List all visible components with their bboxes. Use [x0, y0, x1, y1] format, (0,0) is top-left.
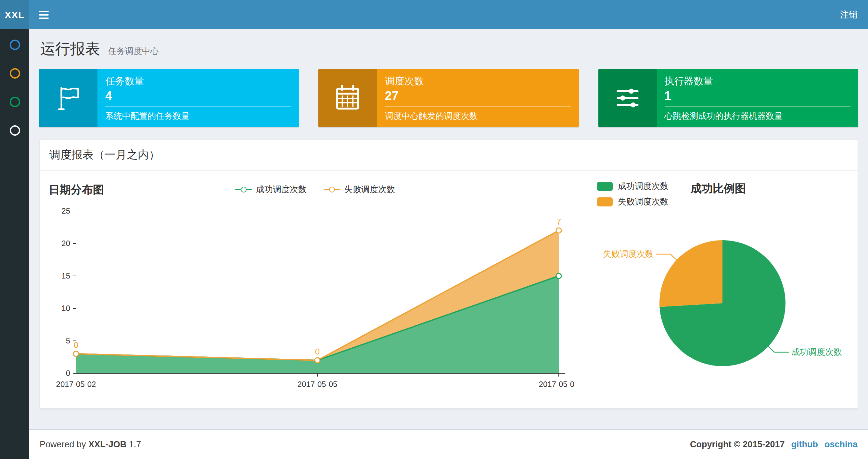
content-area: 运行报表 任务调度中心 任务数量 4 系统中配置的任务数量	[29, 29, 868, 430]
info-box-content: 执行器数量 1 心跳检测成功的执行器机器数量	[656, 69, 858, 127]
info-box-title: 调度次数	[385, 75, 571, 88]
svg-text:0: 0	[315, 347, 320, 356]
sidebar-item-4[interactable]	[0, 116, 29, 145]
pie-chart-header: 成功调度次数 失败调度次数 成功比例图	[597, 180, 851, 211]
info-box-value: 4	[105, 89, 291, 103]
oschina-link[interactable]: oschina	[825, 439, 858, 449]
swatch-icon	[597, 197, 613, 206]
info-box-description: 调度中心触发的调度次数	[385, 110, 571, 122]
swatch-icon	[597, 182, 613, 191]
footer-right: Copyright © 2015-2017 github oschina	[690, 439, 858, 449]
sidebar-item-3[interactable]	[0, 88, 29, 116]
svg-text:20: 20	[61, 239, 70, 248]
svg-text:0: 0	[66, 369, 70, 378]
svg-text:25: 25	[61, 206, 70, 215]
svg-text:7: 7	[556, 217, 561, 227]
footer: Powered by XXL-JOB 1.7 Copyright © 2015-…	[29, 429, 868, 459]
info-box-description: 系统中配置的任务数量	[105, 110, 291, 122]
info-box-title: 任务数量	[105, 75, 291, 88]
sliders-icon	[598, 69, 656, 127]
hamburger-bar	[39, 17, 49, 19]
legend-label: 失败调度次数	[618, 196, 669, 207]
pie-chart-title: 成功比例图	[691, 181, 746, 196]
line-chart-title: 日期分布图	[49, 182, 104, 197]
sidebar-item-1[interactable]	[0, 31, 29, 59]
summary-boxes: 任务数量 4 系统中配置的任务数量	[39, 69, 858, 127]
legend-label: 成功调度次数	[618, 180, 669, 192]
ring-icon	[329, 187, 335, 193]
github-link[interactable]: github	[791, 439, 818, 449]
line-chart-legend: 成功调度次数 失败调度次数	[235, 184, 395, 195]
sidebar	[0, 29, 29, 459]
svg-text:0: 0	[74, 340, 78, 350]
page-header: 运行报表 任务调度中心	[40, 39, 858, 59]
info-box-title: 执行器数量	[664, 75, 850, 88]
info-box-jobs: 任务数量 4 系统中配置的任务数量	[39, 69, 299, 127]
circle-icon	[9, 40, 20, 50]
legend-label: 成功调度次数	[256, 184, 307, 195]
app-window: XXL 注销 运行报表 任务调度中心	[0, 0, 868, 459]
hamburger-bar	[39, 14, 49, 15]
line-area-chart-svg: 05101520252017-05-022017-05-052017-05-08…	[49, 199, 575, 394]
copyright: Copyright © 2015-2017	[690, 439, 785, 449]
info-box-divider	[664, 106, 850, 106]
svg-text:失败调度次数: 失败调度次数	[603, 249, 654, 259]
info-box-content: 调度次数 27 调度中心触发的调度次数	[377, 69, 579, 127]
info-box-executors: 执行器数量 1 心跳检测成功的执行器机器数量	[598, 69, 858, 127]
svg-text:成功调度次数: 成功调度次数	[791, 347, 842, 357]
hamburger-icon	[39, 11, 49, 12]
app-logo[interactable]: XXL	[0, 0, 29, 29]
sidebar-item-2[interactable]	[0, 59, 29, 88]
legend-item-success[interactable]: 成功调度次数	[235, 184, 307, 195]
report-panel-title: 调度报表（一月之内）	[40, 139, 858, 171]
report-panel-body: 日期分布图 成功调度次数 失败调度次数 0510152	[40, 171, 858, 408]
page-subtitle: 任务调度中心	[108, 46, 159, 56]
line-marker-icon	[323, 189, 340, 190]
page-title: 运行报表	[40, 40, 100, 57]
svg-text:2017-05-05: 2017-05-05	[298, 380, 338, 389]
info-box-description: 心跳检测成功的执行器机器数量	[664, 110, 850, 122]
legend-label: 失败调度次数	[344, 184, 395, 195]
ring-icon	[241, 187, 247, 193]
top-navbar: XXL 注销	[0, 0, 868, 29]
logout-link[interactable]: 注销	[830, 0, 868, 29]
product-name: XXL-JOB	[88, 439, 126, 449]
info-box-divider	[385, 106, 571, 106]
sidebar-toggle-button[interactable]	[29, 0, 58, 29]
circle-icon	[9, 125, 20, 136]
circle-icon	[9, 68, 20, 78]
svg-text:2017-05-08: 2017-05-08	[539, 380, 575, 389]
info-box-divider	[105, 106, 291, 106]
info-box-value: 1	[664, 89, 850, 103]
success-ratio-chart: 成功调度次数 失败调度次数 成功比例图 成功调度次数失败调度次数	[582, 180, 851, 397]
legend-item-fail[interactable]: 失败调度次数	[323, 184, 395, 195]
pie-chart-svg: 成功调度次数失败调度次数	[597, 211, 848, 392]
powered-by: Powered by XXL-JOB 1.7	[40, 439, 141, 449]
pie-legend-fail[interactable]: 失败调度次数	[597, 195, 669, 208]
version: 1.7	[129, 439, 141, 449]
powered-prefix: Powered by	[40, 439, 86, 449]
info-box-content: 任务数量 4 系统中配置的任务数量	[97, 69, 299, 127]
pie-legend-success[interactable]: 成功调度次数	[597, 180, 669, 192]
line-chart-header: 日期分布图 成功调度次数 失败调度次数	[49, 180, 582, 199]
pie-chart-legend: 成功调度次数 失败调度次数	[597, 180, 669, 211]
info-box-value: 27	[385, 89, 571, 103]
svg-text:5: 5	[66, 336, 70, 345]
calendar-icon	[319, 69, 377, 127]
report-panel: 调度报表（一月之内） 日期分布图 成功调度次数 失败调度次数	[39, 139, 858, 409]
svg-text:2017-05-02: 2017-05-02	[56, 380, 96, 389]
svg-text:10: 10	[61, 304, 70, 313]
info-box-triggers: 调度次数 27 调度中心触发的调度次数	[319, 69, 579, 127]
circle-icon	[9, 97, 20, 107]
date-distribution-chart: 日期分布图 成功调度次数 失败调度次数 0510152	[49, 180, 582, 397]
svg-text:15: 15	[61, 271, 70, 280]
flag-icon	[39, 69, 97, 127]
line-marker-icon	[235, 189, 252, 190]
